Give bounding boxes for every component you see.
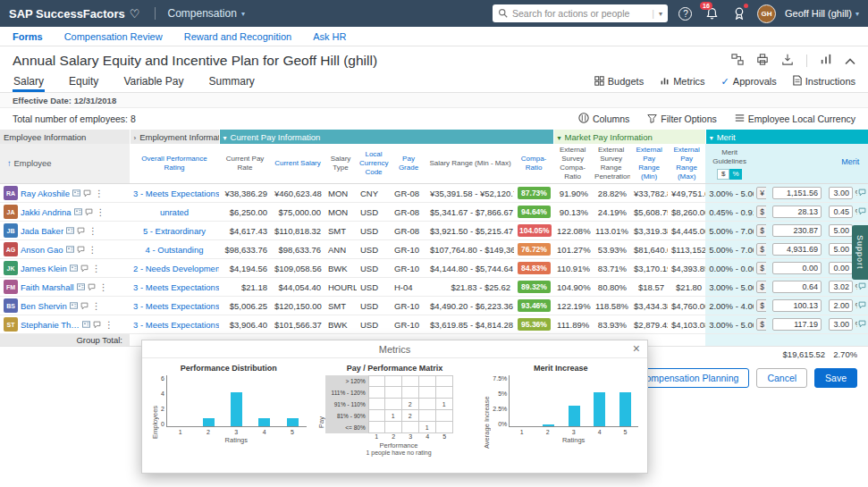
col-merit[interactable]: Merit xyxy=(754,144,868,184)
merit-comment-cell[interactable] xyxy=(857,203,868,222)
merit-comment-cell[interactable] xyxy=(857,184,868,203)
comment-icon[interactable] xyxy=(858,301,866,309)
merit-amount-input[interactable]: 4,931.69 xyxy=(766,240,825,259)
comment-icon[interactable] xyxy=(85,208,93,216)
employee-name-link[interactable]: Stephanie Thom xyxy=(21,320,80,330)
columns-button[interactable]: Columns xyxy=(578,113,629,125)
kebab-menu-icon[interactable]: ⋮ xyxy=(95,189,104,198)
col-external-pay-range-max[interactable]: External Pay Range (Max) xyxy=(668,144,705,184)
kebab-menu-icon[interactable]: ⋮ xyxy=(97,207,105,217)
local-currency-button[interactable]: Employee Local Currency xyxy=(735,113,855,124)
merit-amount-input[interactable]: 0.64 xyxy=(766,278,825,297)
search-input[interactable]: Search for actions or people | ▾ xyxy=(493,4,668,22)
avatar[interactable]: JK xyxy=(4,261,18,275)
col-compa-ratio[interactable]: Compa-Ratio xyxy=(514,144,553,184)
comment-icon[interactable] xyxy=(93,321,101,329)
avatar[interactable]: ST xyxy=(4,317,18,332)
merit-percent-input[interactable]: 0.45 % xyxy=(825,203,857,222)
subnav-forms[interactable]: Forms xyxy=(13,31,43,42)
metrics-button[interactable]: Metrics xyxy=(660,76,704,88)
avatar[interactable]: JB xyxy=(4,223,18,238)
tab-summary[interactable]: Summary xyxy=(208,75,256,92)
user-menu[interactable]: Geoff Hill (ghill) ▾ xyxy=(785,8,859,19)
employee-name-link[interactable]: Jada Baker xyxy=(21,226,63,236)
subnav-ask-hr[interactable]: Ask HR xyxy=(313,31,346,42)
merit-currency-toggle[interactable]: $ xyxy=(717,169,729,180)
route-map-icon[interactable] xyxy=(731,53,744,69)
kebab-menu-icon[interactable]: ⋮ xyxy=(88,226,97,236)
support-tab[interactable]: Support xyxy=(852,225,868,280)
tab-salary[interactable]: Salary xyxy=(13,75,45,92)
col-local-currency-code[interactable]: Local Currency Code xyxy=(357,144,391,184)
tab-variable-pay[interactable]: Variable Pay xyxy=(122,75,184,92)
merit-amount-input[interactable]: 230.87 xyxy=(766,222,825,240)
save-button[interactable]: Save xyxy=(814,368,857,388)
merit-percent-toggle[interactable]: % xyxy=(729,169,742,180)
performance-rating-link[interactable]: 5 - Extraordinary xyxy=(130,222,219,240)
approvals-button[interactable]: ✓ Approvals xyxy=(721,76,777,88)
close-icon[interactable]: × xyxy=(633,341,640,356)
subnav-reward-recognition[interactable]: Reward and Recognition xyxy=(184,31,291,42)
collapse-header-chevron-icon[interactable] xyxy=(845,53,855,69)
search-scope-chevron-icon[interactable]: ▾ xyxy=(659,10,662,18)
group-market-pay-information[interactable]: ▾Market Pay Information xyxy=(553,130,705,144)
group-merit[interactable]: ▾Merit xyxy=(705,130,868,144)
merit-amount-input[interactable]: 0.00 xyxy=(766,259,825,278)
instructions-button[interactable]: Instructions xyxy=(793,75,855,88)
merit-comment-cell[interactable] xyxy=(857,278,868,297)
performance-rating-link[interactable]: 3 - Meets Expectations xyxy=(130,297,219,315)
comment-icon[interactable] xyxy=(858,320,866,328)
kebab-menu-icon[interactable]: ⋮ xyxy=(88,245,97,255)
merit-percent-input[interactable]: 2.00 % xyxy=(825,297,857,315)
performance-rating-link[interactable]: 3 - Meets Expectations xyxy=(130,315,219,334)
group-current-pay-information[interactable]: ▾Current Pay Information xyxy=(219,130,553,144)
filter-options-button[interactable]: Filter Options xyxy=(647,113,716,125)
chart-icon[interactable] xyxy=(820,53,832,69)
kebab-menu-icon[interactable]: ⋮ xyxy=(92,301,101,311)
performance-rating-link[interactable]: 2 - Needs Development xyxy=(130,259,219,278)
merit-comment-cell[interactable] xyxy=(857,297,868,315)
module-menu[interactable]: Compensation ▾ xyxy=(155,7,245,20)
export-icon[interactable] xyxy=(781,53,794,69)
comment-icon[interactable] xyxy=(858,282,866,290)
col-employee[interactable]: ↑ Employee xyxy=(0,144,130,184)
kebab-menu-icon[interactable]: ⋮ xyxy=(99,282,108,292)
merit-comment-cell[interactable] xyxy=(857,315,868,334)
performance-rating-link[interactable]: 3 - Meets Expectations xyxy=(130,278,219,297)
merit-percent-input[interactable]: 3.00 % xyxy=(825,315,857,334)
comment-icon[interactable] xyxy=(88,283,96,291)
avatar[interactable]: FM xyxy=(4,280,18,294)
employee-name-link[interactable]: Jakki Andrina xyxy=(21,207,72,217)
merit-amount-input[interactable]: 117.19 xyxy=(766,315,825,334)
performance-rating-link[interactable]: unrated xyxy=(130,203,219,222)
kebab-menu-icon[interactable]: ⋮ xyxy=(105,320,114,330)
comment-icon[interactable] xyxy=(77,227,85,235)
comment-icon[interactable] xyxy=(83,189,91,197)
kebab-menu-icon[interactable]: ⋮ xyxy=(92,264,101,273)
tab-equity[interactable]: Equity xyxy=(68,75,99,92)
performance-rating-link[interactable]: 4 - Outstanding xyxy=(130,240,219,259)
comment-icon[interactable] xyxy=(858,207,866,215)
avatar[interactable]: BS xyxy=(4,298,18,313)
avatar[interactable]: AG xyxy=(4,242,18,256)
notifications-bell-icon[interactable]: 16 xyxy=(704,4,721,23)
col-external-pay-range-min[interactable]: External Pay Range (Min) xyxy=(630,144,668,184)
comment-icon[interactable] xyxy=(77,246,85,254)
help-icon[interactable]: ? xyxy=(677,4,695,23)
avatar[interactable]: JA xyxy=(4,205,18,219)
employee-name-link[interactable]: Ben Shervin xyxy=(21,301,67,311)
merit-percent-input[interactable]: 3.02 % xyxy=(825,278,857,297)
group-employment-information[interactable]: ›Employment Information xyxy=(130,130,219,144)
employee-name-link[interactable]: Ray Akoshile xyxy=(21,189,70,198)
col-pay-grade[interactable]: Pay Grade xyxy=(391,144,426,184)
print-icon[interactable] xyxy=(756,53,769,69)
merit-amount-input[interactable]: 28.13 xyxy=(766,203,825,222)
comment-icon[interactable] xyxy=(80,264,88,273)
comment-icon[interactable] xyxy=(80,302,88,310)
brand-logo[interactable]: SAP SuccessFactors ♡ xyxy=(9,7,140,21)
merit-amount-input[interactable]: 1,151.56 xyxy=(766,184,825,203)
user-avatar[interactable]: GH xyxy=(757,4,776,23)
merit-percent-input[interactable]: 3.00 % xyxy=(825,184,857,203)
employee-name-link[interactable]: Anson Gao xyxy=(21,245,63,255)
rewards-icon[interactable] xyxy=(730,4,748,23)
